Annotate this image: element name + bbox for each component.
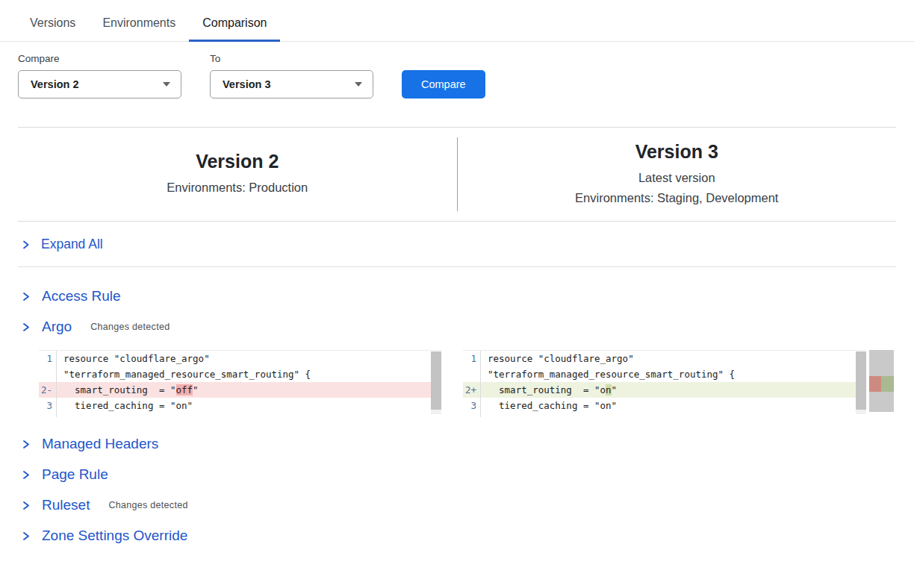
code-text: "terraform_managed_resource_smart_routin… xyxy=(57,366,311,382)
version-left-title: Version 2 xyxy=(18,151,457,172)
sections-list: Access RuleArgoChanges detected1resource… xyxy=(0,267,914,544)
diff-overview-ruler[interactable] xyxy=(869,350,894,412)
chevron-right-icon xyxy=(21,531,31,542)
tab-bar: Versions Environments Comparison xyxy=(0,0,914,42)
line-number: 1 xyxy=(39,351,57,366)
line-number: 2- xyxy=(39,382,57,398)
section-toggle-managed-headers[interactable]: Managed Headers xyxy=(21,436,893,452)
line-number xyxy=(39,413,57,417)
to-label: To xyxy=(210,53,373,64)
diff-line: 1resource "cloudflare_argo" xyxy=(39,351,441,366)
section-label: Page Rule xyxy=(42,466,108,483)
compare-form: Compare Version 2 To Version 3 Compare xyxy=(0,42,914,98)
chevron-right-icon xyxy=(21,500,31,511)
compare-version-value: Version 2 xyxy=(31,78,78,90)
diff-line: 3 tiered_caching = "on" xyxy=(39,398,441,413)
to-field: To Version 3 xyxy=(210,53,373,98)
diff-line: 2- smart_routing = "off" xyxy=(39,382,441,398)
code-text: } xyxy=(57,413,69,417)
diff-line: 1resource "cloudflare_argo" xyxy=(463,351,866,366)
version-left-subtitle: Environments: Production xyxy=(18,178,457,198)
to-version-select[interactable]: Version 3 xyxy=(210,70,373,98)
code-text: resource "cloudflare_argo" xyxy=(481,351,634,366)
section-toggle-access-rule[interactable]: Access Rule xyxy=(21,288,893,304)
section-toggle-ruleset[interactable]: RulesetChanges detected xyxy=(21,497,893,513)
chevron-right-icon xyxy=(21,291,31,302)
section-toggle-page-rule[interactable]: Page Rule xyxy=(21,466,893,483)
chevron-down-icon xyxy=(163,82,170,87)
section-label: Managed Headers xyxy=(42,436,158,452)
section-label: Ruleset xyxy=(42,497,90,513)
compare-label: Compare xyxy=(18,53,181,64)
code-segment: "terraform_managed_resource_smart_routin… xyxy=(488,369,735,380)
diff-line: 2+ smart_routing = "on" xyxy=(463,382,866,398)
code-segment: } xyxy=(63,416,69,417)
tab-comparison[interactable]: Comparison xyxy=(189,16,280,41)
tab-versions[interactable]: Versions xyxy=(16,16,89,41)
line-number: 2+ xyxy=(463,382,481,398)
code-segment: smart_routing = "o xyxy=(488,384,606,395)
diff-line: } xyxy=(39,413,441,417)
code-text: } xyxy=(481,413,494,417)
diff-right-group: 1resource "cloudflare_argo""terraform_ma… xyxy=(463,350,894,417)
vertical-scrollbar[interactable] xyxy=(431,351,441,414)
code-segment: resource "cloudflare_argo" xyxy=(63,353,210,364)
version-right-subtitle: Environments: Staging, Development xyxy=(458,188,897,208)
chevron-right-icon xyxy=(21,469,31,481)
version-headers: Version 2 Environments: Production Versi… xyxy=(18,128,896,221)
overview-removed-mark xyxy=(869,376,881,392)
code-text: smart_routing = "on" xyxy=(481,382,617,398)
version-right-latest-label: Latest version xyxy=(458,168,897,188)
code-segment: resource "cloudflare_argo" xyxy=(488,353,634,364)
code-text: tiered_caching = "on" xyxy=(57,398,193,413)
vertical-scrollbar[interactable] xyxy=(856,351,866,414)
version-left-header: Version 2 Environments: Production xyxy=(18,128,457,221)
diff-line: "terraform_managed_resource_smart_routin… xyxy=(463,366,866,382)
code-text: resource "cloudflare_argo" xyxy=(57,351,210,366)
scrollbar-thumb[interactable] xyxy=(431,351,441,410)
section-toggle-zone-settings-override[interactable]: Zone Settings Override xyxy=(21,528,893,544)
changes-detected-badge: Changes detected xyxy=(90,322,170,332)
code-segment: smart_routing = " xyxy=(63,384,176,395)
line-number: 3 xyxy=(463,398,481,413)
compare-button[interactable]: Compare xyxy=(402,70,485,98)
line-number: 1 xyxy=(463,351,481,366)
compare-version-select[interactable]: Version 2 xyxy=(18,70,181,98)
diff-panel-right: 1resource "cloudflare_argo""terraform_ma… xyxy=(463,350,866,417)
line-number: 3 xyxy=(39,398,57,413)
changed-text-highlight: n xyxy=(606,384,612,395)
code-text: smart_routing = "off" xyxy=(57,382,199,398)
section-toggle-argo[interactable]: ArgoChanges detected xyxy=(21,319,893,335)
compare-field: Compare Version 2 xyxy=(18,53,181,98)
code-segment: tiered_caching = "on" xyxy=(488,400,617,411)
code-text: "terraform_managed_resource_smart_routin… xyxy=(481,366,735,382)
section-label: Zone Settings Override xyxy=(42,528,187,544)
section-label: Access Rule xyxy=(42,288,121,304)
overview-added-mark xyxy=(881,376,894,392)
code-segment: " xyxy=(193,384,199,395)
diff-viewer: 1resource "cloudflare_argo""terraform_ma… xyxy=(39,350,896,417)
diff-line: 3 tiered_caching = "on" xyxy=(463,398,866,413)
diff-line: "terraform_managed_resource_smart_routin… xyxy=(39,366,441,382)
code-segment: tiered_caching = "on" xyxy=(63,400,193,411)
changes-detected-badge: Changes detected xyxy=(108,500,187,510)
chevron-down-icon xyxy=(355,82,362,87)
diff-panel-left: 1resource "cloudflare_argo""terraform_ma… xyxy=(39,350,441,417)
tab-environments[interactable]: Environments xyxy=(89,16,189,41)
code-segment: "terraform_managed_resource_smart_routin… xyxy=(63,369,311,380)
scrollbar-thumb[interactable] xyxy=(856,351,866,410)
diff-line: } xyxy=(463,413,866,417)
line-number xyxy=(463,413,481,417)
version-right-title: Version 3 xyxy=(458,141,897,163)
code-text: tiered_caching = "on" xyxy=(481,398,617,413)
expand-all-toggle[interactable]: Expand All xyxy=(18,222,896,267)
line-number xyxy=(463,366,481,382)
code-segment: " xyxy=(612,384,618,395)
changed-text-highlight: off xyxy=(176,384,193,395)
line-number xyxy=(39,366,57,382)
chevron-right-icon xyxy=(21,322,31,333)
version-right-header: Version 3 Latest version Environments: S… xyxy=(458,128,897,221)
expand-all-label: Expand All xyxy=(41,237,103,252)
chevron-right-icon xyxy=(21,439,31,450)
code-segment: } xyxy=(488,416,494,417)
